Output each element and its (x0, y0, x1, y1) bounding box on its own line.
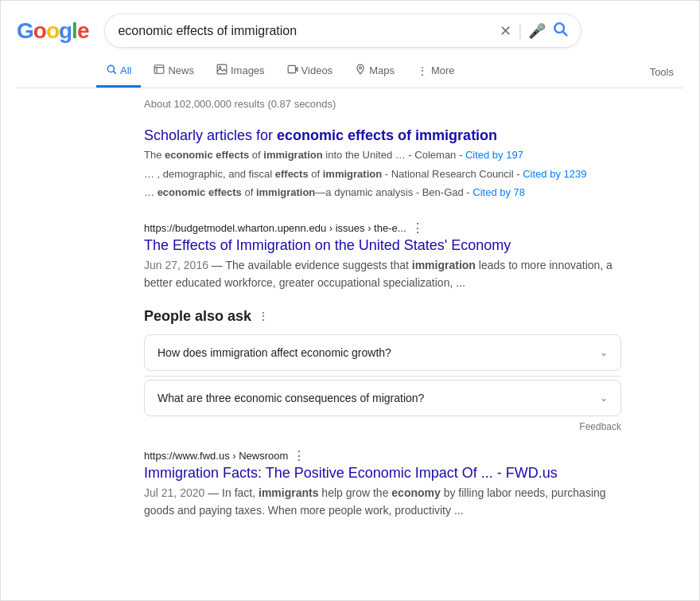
result-item-2: https://www.fwd.us › Newsroom ⋮ Immigrat… (144, 448, 621, 519)
paa-item-1[interactable]: How does immigration affect economic gro… (144, 334, 621, 371)
search-bar[interactable]: economic effects of immigration ✕ | 🎤 (104, 14, 581, 48)
result-2-url-row: https://www.fwd.us › Newsroom ⋮ (144, 448, 621, 463)
tab-all-label: All (120, 64, 131, 76)
result-1-date: Jun 27, 2016 (144, 259, 208, 271)
paa-title: People also ask (144, 308, 251, 325)
result-2-snippet: Jul 21, 2020 — In fact, immigrants help … (144, 484, 621, 519)
videos-icon (287, 64, 298, 77)
news-icon (154, 64, 165, 77)
tab-more-label: More (431, 64, 455, 76)
scholarly-title-bold: economic effects of immigration (277, 127, 497, 143)
result-1-snippet-text: — The available evidence suggests that i… (144, 259, 612, 289)
tab-all[interactable]: All (96, 56, 141, 88)
svg-rect-7 (217, 64, 227, 74)
svg-line-3 (114, 72, 116, 74)
paa-item-2[interactable]: What are three economic consequences of … (144, 380, 621, 416)
tab-maps[interactable]: Maps (345, 56, 404, 88)
paa-options-dots[interactable]: ⋮ (258, 310, 269, 322)
result-1-url: https://budgetmodel.wharton.upenn.edu › … (144, 222, 406, 234)
result-1-url-row: https://budgetmodel.wharton.upenn.edu › … (144, 220, 621, 236)
paa-question-1: How does immigration affect economic gro… (158, 346, 391, 359)
clear-icon[interactable]: ✕ (500, 22, 511, 40)
scholarly-item-1: The economic effects of immigration into… (144, 146, 621, 164)
paa-chevron-1: ⌄ (600, 347, 608, 358)
scholarly-title-link[interactable]: Scholarly articles for economic effects … (144, 127, 497, 143)
svg-point-11 (360, 67, 362, 69)
header: Google economic effects of immigration ✕… (17, 14, 683, 48)
all-icon (106, 64, 117, 77)
tab-news-label: News (168, 64, 194, 76)
svg-rect-9 (288, 65, 295, 72)
result-1-snippet: Jun 27, 2016 — The available evidence su… (144, 256, 621, 291)
google-logo: Google (17, 18, 88, 44)
svg-point-2 (107, 65, 114, 72)
nav-tabs: All News Images Videos Maps (17, 56, 683, 88)
search-input[interactable]: economic effects of immigration (118, 24, 493, 38)
tab-images[interactable]: Images (207, 56, 274, 88)
result-2-more-dots[interactable]: ⋮ (293, 448, 305, 463)
scholarly-title-prefix: Scholarly articles for (144, 127, 277, 143)
tab-videos[interactable]: Videos (278, 56, 343, 88)
tab-more[interactable]: ⋮ More (407, 57, 465, 88)
search-icon[interactable] (552, 21, 568, 41)
svg-point-8 (219, 67, 220, 68)
scholarly-item-3: … economic effects of immigration—a dyna… (144, 183, 621, 201)
tab-videos-label: Videos (301, 64, 333, 76)
result-1-title[interactable]: The Effects of Immigration on the United… (144, 237, 621, 254)
result-2-url: https://www.fwd.us › Newsroom (144, 450, 288, 462)
tab-images-label: Images (231, 64, 265, 76)
result-item-1: https://budgetmodel.wharton.upenn.edu › … (144, 220, 621, 291)
feedback-link[interactable]: Feedback (579, 421, 621, 432)
paa-chevron-2: ⌄ (600, 392, 608, 404)
result-1-more-dots[interactable]: ⋮ (411, 220, 424, 236)
svg-rect-4 (155, 65, 165, 74)
svg-line-1 (563, 32, 567, 36)
tab-news[interactable]: News (144, 56, 204, 88)
divider: | (518, 21, 522, 40)
results-count: About 102,000,000 results (0.87 seconds) (144, 98, 621, 110)
page-wrapper: Google economic effects of immigration ✕… (0, 0, 700, 601)
paa-question-2: What are three economic consequences of … (158, 392, 424, 404)
paa-divider (144, 376, 621, 377)
paa-section: People also ask ⋮ How does immigration a… (144, 308, 621, 432)
microphone-icon[interactable]: 🎤 (528, 22, 546, 40)
result-2-date: Jul 21, 2020 (144, 486, 204, 499)
images-icon (216, 64, 228, 77)
scholarly-item-2: … , demographic, and fiscal effects of i… (144, 165, 621, 183)
maps-icon (355, 64, 366, 77)
more-dots-icon: ⋮ (417, 64, 428, 77)
paa-header: People also ask ⋮ (144, 308, 621, 325)
tab-maps-label: Maps (369, 64, 395, 76)
results-wrapper: About 102,000,000 results (0.87 seconds)… (17, 98, 621, 519)
result-2-title[interactable]: Immigration Facts: The Positive Economic… (144, 465, 621, 482)
scholarly-section: Scholarly articles for economic effects … (144, 126, 621, 201)
tools-button[interactable]: Tools (640, 58, 683, 86)
feedback-row: Feedback (144, 421, 621, 432)
result-2-snippet-text: — In fact, immigrants help grow the econ… (144, 486, 606, 517)
